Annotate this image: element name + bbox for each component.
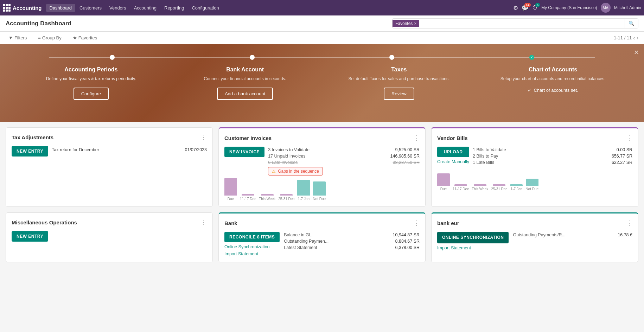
filters-label: Filters (14, 35, 27, 40)
search-input[interactable] (419, 19, 625, 28)
vb-bar-0 (437, 173, 450, 186)
configure-button[interactable]: Configure (74, 88, 109, 100)
vb-bar-col-5: Not Due (525, 179, 538, 191)
vb-bar-chart: Due 11-17 Dec This Week 25-31 Dec 1-7 Ja… (437, 170, 632, 191)
customer-invoices-menu[interactable]: ⋮ (413, 134, 420, 142)
company-info[interactable]: My Company (San Francisco) (541, 5, 597, 10)
step-desc-0: Define your fiscal years & tax returns p… (21, 76, 161, 82)
top-right-icons: ⚙ 💬 14 ⏱ 5 My Company (San Francisco) MA… (513, 3, 641, 13)
gaps-warning[interactable]: ⚠ Gaps in the sequence (268, 167, 323, 175)
bank-btn-area: RECONCILE 8 ITEMS Online Synchronization… (224, 232, 280, 256)
online-sync-link[interactable]: Online Synchronization (224, 244, 280, 249)
vb-bar-label-0: Due (440, 187, 447, 191)
add-bank-account-button[interactable]: Add a bank account (217, 88, 273, 100)
search-tag-close[interactable]: × (414, 21, 416, 26)
customer-invoices-card: Customer Invoices ⋮ NEW INVOICE 3 Invoic… (218, 127, 426, 207)
bank-eur-btn-area: ONLINE SYNCHRONIZATION Import Statement (437, 232, 509, 250)
bar-label-3: 25-31 Dec (278, 197, 294, 201)
bar-label-5: Not Due (313, 197, 326, 201)
search-bar: Favorites × 🔍 (392, 18, 638, 28)
ci-stat-label-1: 17 Unpaid Invoices (268, 154, 305, 159)
bank-stat-label-0: Balance in GL (284, 232, 312, 237)
create-manually-link[interactable]: Create Manually (437, 159, 469, 164)
vb-stat-1: 2 Bills to Pay 656.77 SR (473, 153, 632, 159)
progress-dot-1 (250, 55, 255, 60)
import-statement-eur-link[interactable]: Import Statement (437, 245, 509, 250)
misc-operations-content: NEW ENTRY (12, 231, 207, 242)
step-title-1: Bank Account (175, 66, 315, 73)
dashboard-grid: Tax Adjustments ⋮ NEW ENTRY Tax return f… (0, 122, 644, 268)
ci-stat-label-2: 6 Late Invoices (268, 160, 298, 165)
messages-icon[interactable]: 💬 14 (522, 5, 529, 11)
bank-stat-label-2: Latest Statement (284, 245, 317, 250)
vendor-bills-menu[interactable]: ⋮ (626, 134, 632, 142)
vb-bar-col-2: This Week (472, 184, 488, 191)
bank-stat-value-0: 10,944.87 SR (393, 232, 420, 237)
warning-icon: ⚠ (272, 169, 276, 174)
bank-eur-stat-label-0: Outstanding Payments/R... (513, 232, 565, 237)
groupby-button[interactable]: ≡ Group By (35, 34, 64, 42)
vb-bar-label-3: 25-31 Dec (491, 187, 507, 191)
step-title-2: Taxes (329, 66, 469, 73)
bank-menu[interactable]: ⋮ (413, 219, 420, 227)
new-entry-tax-button[interactable]: NEW ENTRY (12, 146, 48, 157)
vb-stat-label-1: 2 Bills to Pay (473, 154, 498, 159)
review-button[interactable]: Review (384, 88, 414, 100)
progress-dot-2 (389, 55, 394, 60)
bank-eur-menu[interactable]: ⋮ (626, 219, 632, 227)
nav-accounting[interactable]: Accounting (130, 4, 160, 12)
filters-button[interactable]: ▼ Filters (6, 34, 30, 42)
vb-stat-value-1: 656.77 SR (612, 154, 632, 159)
vb-stat-value-0: 0.00 SR (617, 147, 632, 152)
tax-row-item: Tax return for December 01/07/2023 (52, 146, 207, 154)
vb-bar-1 (454, 184, 467, 186)
ci-stat-2: 6 Late Invoices 38,237.50 SR (268, 159, 420, 166)
nav-dashboard[interactable]: Dashboard (46, 4, 76, 12)
search-button[interactable]: 🔍 (625, 19, 638, 28)
nav-reporting[interactable]: Reporting (161, 4, 187, 12)
activity-icon[interactable]: ⏱ 5 (532, 5, 538, 11)
sub-header: Accounting Dashboard Favorites × 🔍 (0, 15, 644, 32)
bank-eur-stat-0: Outstanding Payments/R... 16.78 € (513, 232, 632, 238)
misc-operations-menu[interactable]: ⋮ (200, 218, 207, 226)
reconcile-button[interactable]: RECONCILE 8 ITEMS (224, 232, 280, 242)
new-entry-misc-button[interactable]: NEW ENTRY (12, 231, 48, 242)
groupby-label: Group By (42, 35, 62, 40)
groupby-icon: ≡ (38, 35, 41, 40)
app-logo[interactable]: Accounting (3, 4, 42, 12)
online-synchronization-button[interactable]: ONLINE SYNCHRONIZATION (437, 232, 509, 243)
bar-col-1: 11-17 Dec (240, 194, 256, 201)
next-page-button[interactable]: › (637, 35, 638, 41)
filter-icon: ▼ (8, 35, 13, 40)
avatar[interactable]: MA (601, 3, 611, 13)
misc-operations-title: Miscellaneous Operations (12, 219, 77, 225)
company-name: My Company (San Francisco) (541, 5, 597, 10)
ci-stat-value-2: 38,237.50 SR (393, 160, 420, 165)
pagination-text: 1-11 / 11 (614, 35, 632, 40)
new-invoice-button[interactable]: NEW INVOICE (224, 147, 264, 157)
hero-step-chart-accounts: Chart of Accounts Setup your chart of ac… (476, 66, 630, 93)
hero-step-accounting-periods: Accounting Periods Define your fiscal ye… (14, 66, 168, 100)
ci-stat-value-1: 146,985.60 SR (390, 154, 420, 159)
nav-configuration[interactable]: Configuration (188, 4, 222, 12)
nav-vendors[interactable]: Vendors (106, 4, 130, 12)
bar-col-5: Not Due (313, 181, 326, 201)
vb-bar-col-1: 11-17 Dec (453, 184, 469, 191)
vb-bar-col-0: Due (437, 173, 450, 191)
vendor-bills-content: UPLOAD Create Manually 1 Bills to Valida… (437, 147, 632, 166)
vb-bar-label-1: 11-17 Dec (453, 187, 469, 191)
vb-stats: 1 Bills to Validate 0.00 SR 2 Bills to P… (473, 147, 632, 166)
step-desc-3: Setup your chart of accounts and record … (483, 76, 623, 82)
tax-adjustments-menu[interactable]: ⋮ (200, 133, 207, 141)
import-statement-bank-link[interactable]: Import Statement (224, 251, 280, 256)
nav-customers[interactable]: Customers (76, 4, 105, 12)
settings-icon[interactable]: ⚙ (513, 5, 518, 11)
upload-button[interactable]: UPLOAD (437, 147, 469, 157)
vb-bar-label-2: This Week (472, 187, 488, 191)
prev-page-button[interactable]: ‹ (633, 35, 635, 41)
ci-stat-label-0: 3 Invoices to Validate (268, 147, 310, 152)
check-text: Chart of accounts set. (534, 88, 578, 93)
bank-eur-content: ONLINE SYNCHRONIZATION Import Statement … (437, 232, 632, 250)
hero-banner: ✕ ✓ Accounting Periods Define your fisca… (0, 44, 644, 122)
favorites-button[interactable]: ★ Favorites (70, 34, 100, 42)
